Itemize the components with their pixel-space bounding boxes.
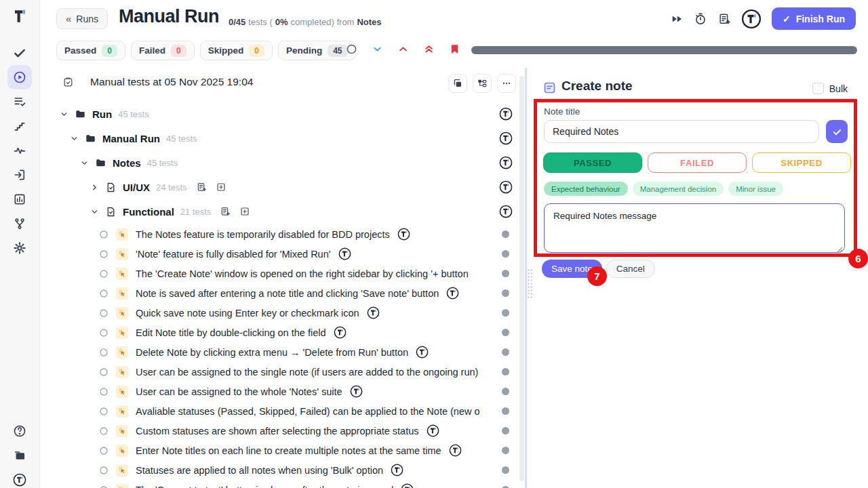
status-circle-icon[interactable] xyxy=(99,230,108,239)
status-circle-icon[interactable] xyxy=(99,466,108,475)
finish-run-button[interactable]: ✓ Finish Run xyxy=(772,7,856,30)
test-row[interactable]: Edit Note title by double-clicking on th… xyxy=(39,323,525,342)
testomat-badge-icon[interactable] xyxy=(449,444,462,457)
textarea-resize-handle[interactable] xyxy=(836,244,843,251)
status-circle-icon[interactable] xyxy=(99,367,108,377)
test-row[interactable]: The 'Create Note' window is opened on th… xyxy=(39,264,525,283)
note-tag[interactable]: Minor issue xyxy=(728,182,783,196)
sidebar-item[interactable] xyxy=(7,419,32,443)
test-row[interactable]: Avaliable statuses (Passed, Skipped, Fai… xyxy=(39,401,525,421)
testomat-badge-icon[interactable] xyxy=(499,205,513,218)
chevron-down-icon[interactable] xyxy=(90,207,99,216)
suite-row[interactable]: Run45 tests xyxy=(39,102,525,126)
testomat-badge-icon[interactable] xyxy=(391,464,403,476)
sidebar-item[interactable] xyxy=(7,187,32,211)
add-note-icon[interactable] xyxy=(220,206,231,217)
sidebar-item[interactable] xyxy=(7,211,32,236)
test-row[interactable]: Delete Note by clicking extra menu → 'De… xyxy=(39,342,525,362)
add-note-icon[interactable] xyxy=(196,182,207,192)
chevron-down-icon[interactable] xyxy=(60,110,68,119)
bookmark-icon[interactable] xyxy=(449,43,460,55)
note-message-textarea[interactable]: Required Notes message xyxy=(544,203,845,253)
logo-badge-icon[interactable] xyxy=(741,9,762,29)
filter-chip-pending[interactable]: Pending45 xyxy=(278,41,356,60)
testomat-badge-icon[interactable] xyxy=(397,228,410,241)
filter-chip-failed[interactable]: Failed0 xyxy=(131,41,195,60)
sidebar-item[interactable] xyxy=(7,236,32,260)
more-button[interactable] xyxy=(497,74,516,93)
collapse-up-icon[interactable] xyxy=(397,43,409,55)
tree-scrollbar[interactable] xyxy=(519,76,524,481)
test-row[interactable]: Enter Note titles on each line to create… xyxy=(39,441,525,460)
testomat-badge-icon[interactable] xyxy=(401,483,414,488)
sidebar-item[interactable] xyxy=(7,443,32,468)
fast-forward-icon[interactable] xyxy=(670,12,684,26)
status-button-skipped[interactable]: SKIPPED xyxy=(752,152,851,173)
status-circle-icon[interactable] xyxy=(99,308,108,318)
filter-chip-passed[interactable]: Passed0 xyxy=(56,41,125,60)
suite-row[interactable]: Functional21 tests xyxy=(39,199,525,224)
sidebar-item[interactable] xyxy=(7,41,32,65)
status-circle-icon[interactable] xyxy=(99,426,108,436)
note-tag[interactable]: Management decision xyxy=(633,182,724,196)
filter-chip-skipped[interactable]: Skipped0 xyxy=(200,41,273,60)
status-button-failed[interactable]: FAILED xyxy=(648,152,747,173)
test-row[interactable]: The Notes feature is temporarily disable… xyxy=(39,224,525,244)
testomat-badge-icon[interactable] xyxy=(416,346,429,359)
status-circle-icon[interactable] xyxy=(99,348,108,357)
test-row[interactable]: The 'Convert to test' button is shown af… xyxy=(39,480,525,488)
test-row[interactable]: Note is saved after entering a note titl… xyxy=(39,283,525,303)
sidebar-item[interactable] xyxy=(7,89,32,114)
add-note-icon[interactable] xyxy=(717,12,731,26)
status-circle-icon[interactable] xyxy=(99,249,108,259)
copy-button[interactable] xyxy=(448,74,467,93)
note-tag[interactable]: Expected behaviour xyxy=(544,182,628,196)
testomat-badge-icon[interactable] xyxy=(446,287,459,300)
status-circle-icon[interactable] xyxy=(99,485,108,488)
test-row[interactable]: Statuses are applied to all notes when u… xyxy=(39,460,525,480)
sidebar-item[interactable] xyxy=(7,138,32,163)
collapse-all-icon[interactable] xyxy=(423,43,435,55)
status-circle-icon[interactable] xyxy=(99,387,108,396)
testomat-badge-icon[interactable] xyxy=(499,156,513,169)
sidebar-item[interactable] xyxy=(7,65,32,89)
status-circle-icon[interactable] xyxy=(346,43,357,55)
tree-view-button[interactable] xyxy=(473,74,492,93)
plus-square-icon[interactable] xyxy=(216,182,226,192)
chevron-right-icon[interactable] xyxy=(90,183,99,192)
timer-icon[interactable] xyxy=(694,12,707,26)
app-logo-icon[interactable] xyxy=(0,5,39,27)
suite-row[interactable]: UI/UX24 tests xyxy=(39,175,525,199)
suite-row[interactable]: Notes45 tests xyxy=(39,150,525,175)
test-row[interactable]: Custom statuses are shown after selectin… xyxy=(39,421,525,441)
sidebar-item[interactable] xyxy=(7,163,32,187)
testomat-badge-icon[interactable] xyxy=(350,385,363,398)
quick-save-check-button[interactable] xyxy=(826,120,848,143)
test-row[interactable]: User can be assigned to the single note … xyxy=(39,362,525,382)
testomat-badge-icon[interactable] xyxy=(367,306,380,319)
status-circle-icon[interactable] xyxy=(99,446,108,455)
bulk-checkbox[interactable] xyxy=(812,83,824,94)
testomat-badge-icon[interactable] xyxy=(338,247,351,260)
chevron-down-icon[interactable] xyxy=(70,134,79,143)
status-circle-icon[interactable] xyxy=(99,407,108,416)
test-row[interactable]: User can be assigned to the whole 'Notes… xyxy=(39,382,525,401)
status-button-passed[interactable]: PASSED xyxy=(543,152,642,173)
status-circle-icon[interactable] xyxy=(99,289,108,298)
status-circle-icon[interactable] xyxy=(99,269,108,279)
sidebar-item[interactable] xyxy=(7,468,32,488)
back-to-runs-button[interactable]: « Runs xyxy=(56,8,108,29)
testomat-badge-icon[interactable] xyxy=(334,326,347,339)
sidebar-item[interactable] xyxy=(7,114,32,138)
status-circle-icon[interactable] xyxy=(99,328,108,338)
note-title-input[interactable] xyxy=(544,120,819,143)
chevron-down-icon[interactable] xyxy=(80,159,89,167)
plus-square-icon[interactable] xyxy=(239,206,250,217)
testomat-badge-icon[interactable] xyxy=(499,107,513,121)
panel-resize-handle[interactable] xyxy=(527,268,533,300)
collapse-down-icon[interactable] xyxy=(372,43,383,55)
testomat-badge-icon[interactable] xyxy=(499,131,513,145)
suite-row[interactable]: Manual Run45 tests xyxy=(39,126,525,150)
test-row[interactable]: Quick save note using Enter key or check… xyxy=(39,303,525,323)
save-note-button[interactable]: Save note xyxy=(542,260,602,278)
